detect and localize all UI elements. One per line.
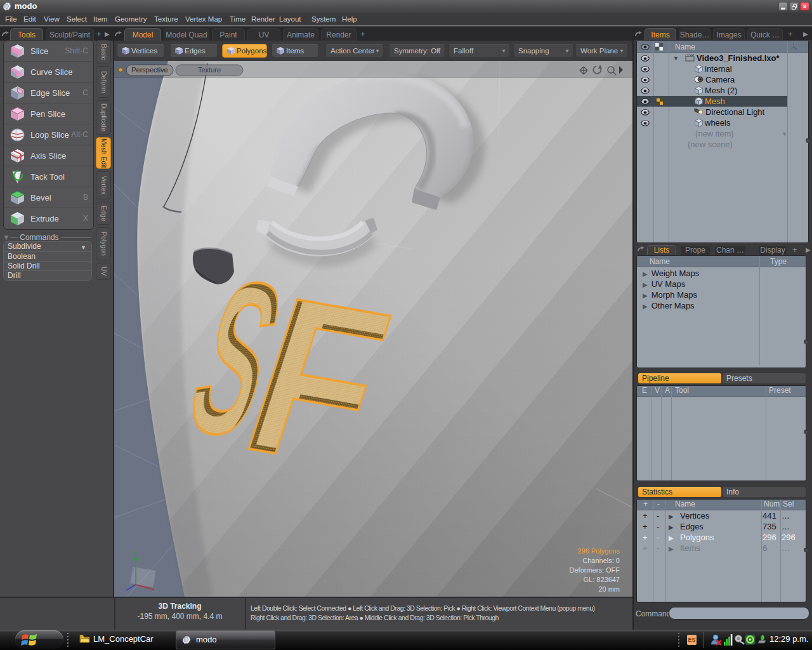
svg-text:GL: 823647: GL: 823647 [584, 576, 620, 583]
svg-text:Perspective: Perspective [131, 66, 167, 74]
svg-text:Texture: Texture [198, 66, 221, 74]
svg-text:Channels: 0: Channels: 0 [582, 557, 620, 564]
svg-text:Deformers: OFF: Deformers: OFF [570, 566, 620, 574]
svg-text:20 mm: 20 mm [598, 585, 620, 593]
svg-text:y: y [133, 549, 136, 555]
svg-text:296 Polygons: 296 Polygons [577, 547, 620, 555]
